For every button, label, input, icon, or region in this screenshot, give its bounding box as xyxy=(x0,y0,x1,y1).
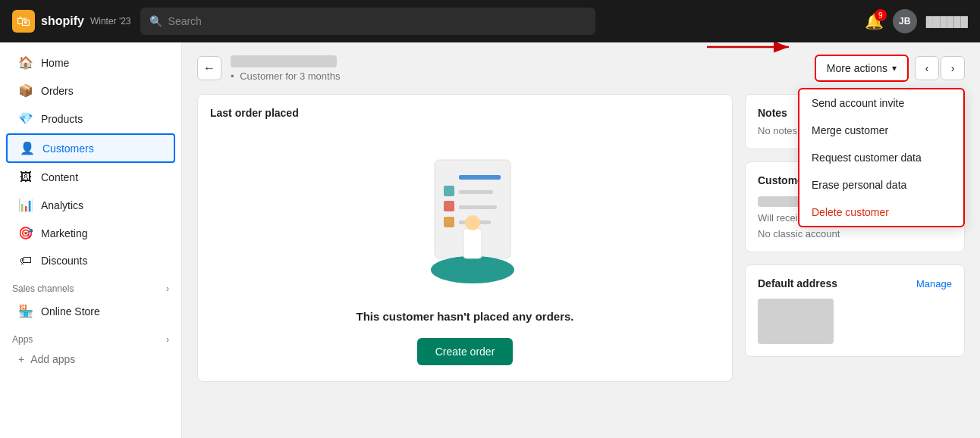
customer-subtitle: • Customer for 3 months xyxy=(231,70,806,82)
search-bar[interactable]: 🔍 xyxy=(140,8,595,35)
sidebar-label-products: Products xyxy=(41,113,83,125)
page-header: ← • Customer for 3 months xyxy=(182,42,980,82)
svg-rect-4 xyxy=(459,190,493,194)
more-actions-button[interactable]: More actions ▾ xyxy=(815,55,909,82)
empty-orders-illustration xyxy=(404,152,526,289)
apps-section: Apps › xyxy=(0,325,181,348)
address-content-blurred xyxy=(758,299,834,344)
more-actions-label: More actions xyxy=(827,62,887,74)
create-order-button[interactable]: Create order xyxy=(417,338,514,365)
products-icon: 💎 xyxy=(18,111,33,126)
address-manage-link[interactable]: Manage xyxy=(916,278,952,289)
svg-rect-9 xyxy=(444,217,454,227)
svg-point-10 xyxy=(431,256,514,283)
dropdown-item-delete-customer[interactable]: Delete customer xyxy=(799,199,963,226)
left-panel: Last order placed xyxy=(197,94,733,382)
sidebar-label-home: Home xyxy=(41,57,69,69)
dropdown-item-erase-personal-data[interactable]: Erase personal data xyxy=(799,171,963,199)
notification-button[interactable]: 🔔 9 xyxy=(865,12,884,30)
apps-chevron: › xyxy=(166,334,169,345)
sidebar-label-online-store: Online Store xyxy=(41,305,100,318)
subtitle-dot: • xyxy=(231,70,234,82)
analytics-icon: 📊 xyxy=(18,198,33,212)
svg-rect-6 xyxy=(444,186,454,196)
address-header: Default address Manage xyxy=(758,277,952,289)
marketing-icon: 🎯 xyxy=(18,226,33,240)
sidebar-item-content[interactable]: 🖼 Content xyxy=(6,164,175,190)
sidebar-item-products[interactable]: 💎 Products xyxy=(6,105,175,132)
customer-for-months: Customer for 3 months xyxy=(240,70,340,82)
top-navigation: 🛍 shopify Winter '23 🔍 🔔 9 JB ██████ xyxy=(0,0,980,42)
sales-channels-chevron: › xyxy=(166,283,169,294)
more-actions-chevron: ▾ xyxy=(892,63,897,74)
search-input[interactable] xyxy=(168,15,586,27)
address-title: Default address xyxy=(758,277,837,289)
header-actions: More actions ▾ Send account invite Merge… xyxy=(815,55,965,82)
notification-badge: 9 xyxy=(875,9,887,21)
svg-rect-5 xyxy=(459,205,497,209)
shopify-logo: 🛍 xyxy=(12,10,35,33)
search-icon: 🔍 xyxy=(149,15,162,27)
discounts-icon: 🏷 xyxy=(18,254,33,267)
dropdown-item-send-account-invite[interactable]: Send account invite xyxy=(799,89,963,117)
sidebar-label-content: Content xyxy=(41,171,78,183)
online-store-icon: 🏪 xyxy=(18,304,33,318)
orders-icon: 📦 xyxy=(18,83,33,98)
plus-icon: + xyxy=(18,353,24,365)
default-address-card: Default address Manage xyxy=(745,264,965,357)
version-badge: Winter '23 xyxy=(90,16,131,27)
sidebar-item-customers[interactable]: 👤 Customers xyxy=(6,133,175,163)
more-actions-dropdown: Send account invite Merge customer Reque… xyxy=(798,88,965,227)
app-layout: 🏠 Home 📦 Orders 💎 Products 👤 Customers 🖼… xyxy=(0,42,980,438)
nav-right: 🔔 9 JB ██████ xyxy=(865,9,968,33)
dropdown-item-merge-customer[interactable]: Merge customer xyxy=(799,117,963,144)
page-title-area: • Customer for 3 months xyxy=(231,55,806,82)
sidebar-item-discounts[interactable]: 🏷 Discounts xyxy=(6,248,175,274)
add-apps-button[interactable]: + Add apps xyxy=(6,349,175,370)
sidebar-label-customers: Customers xyxy=(42,142,94,155)
sidebar-item-analytics[interactable]: 📊 Analytics xyxy=(6,192,175,218)
back-button[interactable]: ← xyxy=(197,56,221,80)
svg-rect-3 xyxy=(459,175,501,180)
prev-customer-button[interactable]: ‹ xyxy=(915,56,939,80)
avatar-button[interactable]: JB xyxy=(893,9,917,33)
customer-name-blurred xyxy=(231,55,337,67)
sidebar-item-home[interactable]: 🏠 Home xyxy=(6,49,175,76)
last-order-card: Last order placed xyxy=(197,94,733,382)
dropdown-item-request-customer-data[interactable]: Request customer data xyxy=(799,144,963,171)
home-icon: 🏠 xyxy=(18,55,33,70)
brand-name: shopify xyxy=(41,14,84,28)
notes-title: Notes xyxy=(758,107,787,119)
account-type: No classic account xyxy=(758,228,952,239)
content-icon: 🖼 xyxy=(18,171,33,184)
sidebar-item-orders[interactable]: 📦 Orders xyxy=(6,77,175,104)
logo-area: 🛍 shopify Winter '23 xyxy=(12,10,131,33)
sidebar-label-marketing: Marketing xyxy=(41,227,87,239)
last-order-title: Last order placed xyxy=(210,107,720,119)
svg-rect-11 xyxy=(463,228,482,258)
sidebar-label-analytics: Analytics xyxy=(41,199,83,211)
empty-state-text: This customer hasn't placed any orders. xyxy=(357,310,574,323)
sidebar-label-discounts: Discounts xyxy=(41,255,87,267)
sales-channels-section: Sales channels › xyxy=(0,274,181,297)
next-customer-button[interactable]: › xyxy=(941,56,965,80)
customers-icon: 👤 xyxy=(20,141,35,155)
svg-rect-7 xyxy=(444,201,454,211)
sidebar-item-online-store[interactable]: 🏪 Online Store xyxy=(6,298,175,324)
nav-pagination: ‹ › xyxy=(915,56,965,80)
svg-point-12 xyxy=(465,215,480,230)
sidebar-item-marketing[interactable]: 🎯 Marketing xyxy=(6,220,175,246)
main-content: ← • Customer for 3 months xyxy=(182,42,980,438)
user-name-blurred: ██████ xyxy=(926,16,968,27)
sidebar-label-orders: Orders xyxy=(41,85,74,97)
sidebar: 🏠 Home 📦 Orders 💎 Products 👤 Customers 🖼… xyxy=(0,42,182,438)
